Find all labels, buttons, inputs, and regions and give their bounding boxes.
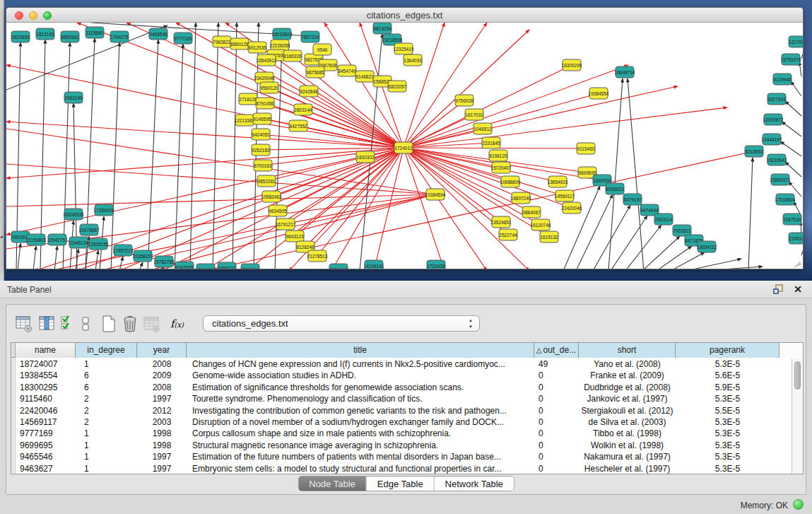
cell-pagerank[interactable]: 5.3E-5 — [676, 440, 779, 451]
cell-short[interactable]: Nakamura et al. (1997) — [579, 451, 676, 462]
cell-out-de-[interactable]: 49 — [534, 358, 579, 370]
table-row[interactable]: 946554611997Estimation of the future num… — [11, 451, 792, 462]
network-canvas[interactable]: 2620659181219388505611115680179427594655… — [6, 23, 803, 269]
cell-out-de-[interactable]: 0 — [534, 382, 579, 393]
cell-short[interactable]: Tibbo et al. (1998) — [579, 428, 676, 439]
cell-title[interactable]: Corpus callosum shape and size in male p… — [187, 428, 534, 439]
network-node[interactable]: 11156803 — [26, 234, 46, 245]
network-node[interactable]: 9129946 — [773, 74, 792, 85]
cell-year[interactable]: 1997 — [137, 463, 187, 474]
network-node[interactable]: 9242505 — [175, 262, 194, 269]
window-resize-grip-icon[interactable] — [792, 257, 801, 267]
cell-out-de-[interactable]: 0 — [534, 405, 579, 416]
network-node[interactable]: 2620659 — [11, 31, 30, 42]
cell-name[interactable]: 9115460 — [16, 393, 76, 404]
cell-short[interactable]: Stergiakouli et al. (2012) — [579, 405, 676, 416]
cell-out-de-[interactable]: 0 — [534, 393, 579, 404]
network-node[interactable]: 9852281 — [257, 175, 276, 187]
table-row[interactable]: 911546021997Tourette syndrome. Phenomeno… — [11, 393, 792, 404]
cell-year[interactable]: 1998 — [137, 440, 187, 451]
table-row[interactable]: 2242004622012Investigating the contribut… — [11, 405, 792, 416]
table-row[interactable]: 1456911722003Disruption of a novel membe… — [11, 416, 792, 428]
cell-in-degree[interactable]: 1 — [76, 358, 137, 370]
cell-pagerank[interactable]: 5.9E-5 — [676, 382, 779, 393]
cell-in-degree[interactable]: 2 — [76, 416, 137, 428]
network-node[interactable]: 12942757 — [47, 234, 68, 245]
network-node[interactable]: 12444197 — [762, 134, 782, 145]
cell-pagerank[interactable]: 5.3E-5 — [676, 416, 779, 428]
network-node[interactable]: 9215953 — [745, 146, 763, 157]
network-node[interactable]: 2522744 — [499, 229, 517, 240]
cell-name[interactable]: 18300295 — [16, 382, 76, 393]
network-node[interactable]: 15751074 — [781, 54, 801, 65]
network-node[interactable]: 8427552 — [289, 120, 307, 132]
cell-year[interactable]: 1998 — [137, 428, 187, 439]
cell-name[interactable]: 14569117 — [16, 416, 76, 428]
cell-title[interactable]: Estimation of significance thresholds fo… — [187, 382, 534, 393]
network-node[interactable]: 9884067 — [522, 206, 541, 218]
network-node[interactable]: 9242848 — [300, 86, 318, 97]
table-row[interactable]: 946362711997Embryonic stem cells: a mode… — [11, 463, 792, 474]
network-node[interactable]: 2231845 — [482, 137, 500, 148]
delete-table-icon[interactable] — [121, 315, 139, 333]
network-node[interactable]: 9875685 — [306, 66, 324, 78]
network-node[interactable]: 9756928 — [455, 95, 473, 106]
cell-name[interactable]: 19384554 — [16, 370, 76, 381]
table-panel-titlebar[interactable]: Table Panel ✕ — [0, 281, 812, 298]
table-mode-icon[interactable] — [15, 315, 33, 333]
tab-edge-table[interactable]: Edge Table — [367, 477, 435, 491]
cell-pagerank[interactable]: 5.3E-5 — [676, 463, 779, 474]
network-node[interactable]: 12093872 — [763, 114, 784, 125]
cell-title[interactable]: Embryonic stem cells: a model to study s… — [187, 463, 534, 474]
network-node[interactable]: 1115680 — [86, 27, 104, 38]
cell-title[interactable]: Disruption of a novel member of a sodium… — [187, 416, 534, 428]
table-row[interactable]: 969969511998Structural magnetic resonanc… — [11, 440, 792, 451]
column-header-name[interactable]: name — [16, 343, 76, 358]
network-node[interactable]: 8454749 — [338, 65, 356, 76]
network-node[interactable]: 16648794 — [615, 66, 635, 78]
network-node[interactable]: 1046512 — [473, 123, 492, 134]
network-node[interactable]: 9465546 — [149, 28, 167, 40]
network-node[interactable]: 18807249 — [511, 192, 531, 204]
cell-year[interactable]: 2003 — [137, 416, 187, 428]
tab-node-table[interactable]: Node Table — [298, 477, 367, 491]
cell-short[interactable]: Wolkin et al. (1998) — [579, 440, 676, 451]
memory-status-indicator[interactable] — [793, 499, 804, 510]
cell-pagerank[interactable]: 5.3E-5 — [676, 393, 779, 404]
close-panel-icon[interactable]: ✕ — [794, 284, 802, 295]
cell-in-degree[interactable]: 6 — [76, 370, 137, 381]
network-node[interactable]: 1167533 — [783, 214, 801, 225]
network-node[interactable]: 2803144 — [294, 104, 312, 115]
show-columns-icon[interactable] — [37, 315, 56, 333]
network-node[interactable]: 9252183 — [252, 144, 270, 156]
column-header-pagerank[interactable]: pagerank — [676, 343, 779, 358]
column-header-short[interactable]: short — [579, 343, 676, 358]
collapse-left-arrow-icon[interactable]: ◂ — [0, 234, 3, 240]
cell-pagerank[interactable]: 5.6E-5 — [676, 370, 779, 381]
network-node[interactable]: 2063190 — [64, 92, 83, 103]
table-scrollbar[interactable] — [792, 358, 803, 474]
function-builder-icon[interactable]: f(x) — [170, 317, 184, 330]
table-select-combo[interactable]: citations_edges.txt ▲▼ — [203, 315, 480, 332]
network-node[interactable]: 8813054 — [373, 23, 392, 34]
network-node[interactable]: 14196141 — [364, 260, 384, 269]
cell-out-de-[interactable]: 0 — [534, 463, 579, 474]
network-node[interactable]: 9356210 — [218, 262, 236, 269]
network-node[interactable]: 1794275 — [110, 31, 129, 42]
control-panel-splitter[interactable]: ◂ — [0, 0, 4, 281]
cell-pagerank[interactable]: 5.3E-5 — [676, 451, 779, 462]
network-node[interactable]: 8186328 — [283, 50, 302, 62]
float-panel-icon[interactable] — [773, 284, 784, 294]
row-height-icon[interactable] — [80, 315, 91, 333]
network-node[interactable]: 2245102 — [789, 233, 803, 244]
network-node[interactable]: 19384554 — [589, 88, 609, 99]
cell-year[interactable]: 2012 — [137, 405, 187, 416]
cell-title[interactable]: Estimation of the future numbers of pati… — [187, 451, 534, 462]
cell-short[interactable]: de Silva et al. (2003) — [579, 416, 676, 428]
network-node[interactable]: 8424051 — [252, 129, 270, 140]
network-node[interactable]: 9560120 — [260, 82, 278, 93]
network-node[interactable]: 10582463 — [261, 191, 282, 202]
cell-out-de-[interactable]: 0 — [534, 416, 579, 428]
cell-in-degree[interactable]: 2 — [76, 393, 137, 404]
table-scrollbar-thumb[interactable] — [794, 361, 801, 390]
